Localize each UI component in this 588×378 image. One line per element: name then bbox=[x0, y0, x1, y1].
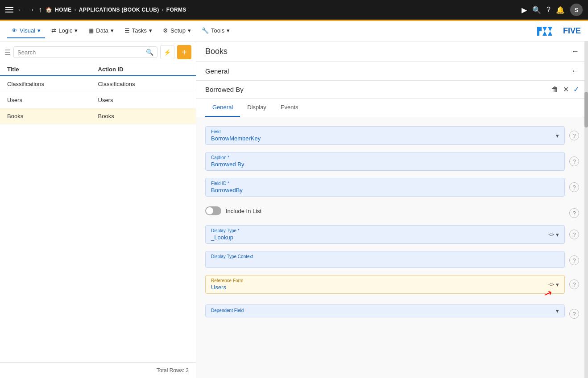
caption-field-box[interactable]: Caption * Borrowed By bbox=[205, 152, 565, 171]
display-type-help-icon[interactable]: ? bbox=[569, 230, 579, 239]
field-field-value: BorrowMemberKey bbox=[211, 135, 261, 142]
user-avatar[interactable]: S bbox=[570, 4, 583, 16]
eye-icon: 👁 bbox=[12, 27, 17, 34]
search-input[interactable] bbox=[17, 49, 146, 56]
confirm-button[interactable]: ✓ bbox=[573, 85, 579, 94]
fieldid-help-icon[interactable]: ? bbox=[569, 182, 579, 192]
total-rows-label: Total Rows: 3 bbox=[157, 367, 189, 374]
content-back-arrow[interactable]: ← bbox=[571, 47, 579, 56]
chevron-down-icon3: ▾ bbox=[556, 308, 559, 314]
nav-data[interactable]: ▦ Data ▾ bbox=[84, 24, 118, 38]
nav-logic-chevron: ▾ bbox=[75, 27, 78, 34]
display-type-context-wrap: Display Type Context bbox=[205, 251, 565, 268]
dependent-field-help-icon[interactable]: ? bbox=[569, 309, 579, 319]
nav-logic-label: Logic bbox=[58, 27, 72, 34]
fieldid-field-box[interactable]: Field ID * BorrowedBy bbox=[205, 178, 565, 197]
display-type-context-row: Display Type Context ? bbox=[205, 251, 579, 268]
nav-tasks[interactable]: ☰ Tasks ▾ bbox=[120, 24, 157, 38]
table-header: Title Action ID bbox=[0, 63, 196, 76]
search-icon: 🔍 bbox=[146, 49, 153, 56]
nav-setup[interactable]: ⚙ Setup ▾ bbox=[158, 24, 195, 38]
table-row[interactable]: Classifications Classifications bbox=[0, 76, 196, 92]
scrollbar-thumb[interactable] bbox=[584, 92, 588, 127]
play-button[interactable]: ▶ bbox=[522, 6, 527, 14]
code-icon2: <> bbox=[548, 282, 554, 287]
field-row: Field BorrowMemberKey ▾ ? bbox=[205, 126, 579, 145]
svg-marker-0 bbox=[537, 27, 542, 36]
svg-marker-1 bbox=[542, 27, 547, 36]
delete-button[interactable]: 🗑 bbox=[551, 86, 559, 94]
breadcrumb-sep2: › bbox=[161, 7, 163, 13]
reference-form-box[interactable]: Reference Form Users <> ▾ ↗ bbox=[205, 275, 565, 294]
notification-button[interactable]: 🔔 bbox=[556, 6, 565, 14]
nav-logic[interactable]: ⇄ Logic ▾ bbox=[47, 24, 82, 38]
sidebar-footer: Total Rows: 3 bbox=[0, 362, 196, 378]
row-title: Users bbox=[7, 97, 98, 103]
field-help-icon[interactable]: ? bbox=[569, 131, 579, 140]
section-back-arrow[interactable]: ← bbox=[571, 66, 579, 76]
tab-events[interactable]: Events bbox=[273, 99, 306, 117]
fieldid-row: Field ID * BorrowedBy ? bbox=[205, 178, 579, 197]
content-area: Books ← General ← Borrowed By 🗑 ✕ ✓ Gene… bbox=[196, 41, 588, 378]
breadcrumb-forms[interactable]: FORMS bbox=[166, 7, 186, 13]
tab-display[interactable]: Display bbox=[240, 99, 273, 117]
forward-button[interactable]: → bbox=[28, 6, 35, 14]
display-type-context-box[interactable]: Display Type Context bbox=[205, 251, 565, 268]
display-type-box[interactable]: Display Type * _Lookup <> ▾ bbox=[205, 225, 565, 244]
close-button[interactable]: ✕ bbox=[563, 85, 569, 94]
display-type-value: _Lookup bbox=[211, 234, 548, 241]
breadcrumb-app[interactable]: APPLICATIONS (BOOK CLUB) bbox=[79, 7, 159, 13]
five-logo: FIVE bbox=[535, 25, 581, 37]
display-type-context-label: Display Type Context bbox=[211, 254, 559, 259]
nav-visual-label: Visual bbox=[20, 27, 35, 34]
reference-form-row: Reference Form Users <> ▾ ↗ ? bbox=[205, 275, 579, 294]
menu-lines-icon: ☰ bbox=[4, 48, 11, 57]
reference-form-help-icon[interactable]: ? bbox=[569, 279, 579, 289]
breadcrumb-home[interactable]: HOME bbox=[55, 7, 71, 13]
tabs: General Display Events bbox=[196, 99, 588, 117]
display-type-wrap: Display Type * _Lookup <> ▾ bbox=[205, 225, 565, 244]
dependent-field-label: Dependent Field bbox=[211, 308, 556, 313]
nav-tools-label: Tools bbox=[211, 27, 224, 34]
logic-icon: ⇄ bbox=[51, 27, 56, 34]
grid-icon: ▦ bbox=[88, 27, 94, 34]
flash-button[interactable]: ⚡ bbox=[160, 45, 174, 59]
caption-field-wrap: Caption * Borrowed By bbox=[205, 152, 565, 171]
field-actions: 🗑 ✕ ✓ bbox=[551, 85, 579, 94]
chevron-down-icon2: ▾ bbox=[556, 281, 559, 288]
hamburger-menu[interactable] bbox=[5, 7, 13, 12]
fieldid-field-label: Field ID * bbox=[211, 181, 559, 186]
search-nav-button[interactable]: 🔍 bbox=[532, 6, 541, 14]
top-nav: ← → ↑ 🏠 HOME › APPLICATIONS (BOOK CLUB) … bbox=[0, 0, 588, 20]
nav-data-label: Data bbox=[96, 27, 108, 34]
nav-setup-label: Setup bbox=[170, 27, 186, 34]
chevron-down-icon: ▾ bbox=[556, 231, 559, 238]
include-help-icon[interactable]: ? bbox=[569, 208, 579, 218]
table-row-active[interactable]: Books Books bbox=[0, 108, 196, 124]
row-action-id: Books bbox=[98, 113, 189, 119]
scrollbar-track[interactable] bbox=[584, 41, 588, 378]
second-nav: 👁 Visual ▾ ⇄ Logic ▾ ▦ Data ▾ ☰ Tasks ▾ … bbox=[0, 21, 588, 41]
dependent-field-box[interactable]: Dependent Field ▾ bbox=[205, 304, 565, 317]
reference-form-label: Reference Form bbox=[211, 278, 548, 283]
field-field-box[interactable]: Field BorrowMemberKey ▾ bbox=[205, 126, 565, 145]
tab-general[interactable]: General bbox=[205, 99, 240, 117]
home-icon: 🏠 bbox=[46, 7, 52, 13]
display-type-context-help-icon[interactable]: ? bbox=[569, 255, 579, 265]
nav-visual[interactable]: 👁 Visual ▾ bbox=[7, 24, 45, 38]
add-button[interactable]: + bbox=[177, 45, 191, 59]
help-button[interactable]: ? bbox=[547, 6, 551, 14]
up-button[interactable]: ↑ bbox=[38, 6, 42, 14]
row-title: Classifications bbox=[7, 81, 98, 87]
include-in-list-toggle[interactable] bbox=[205, 206, 221, 215]
caption-help-icon[interactable]: ? bbox=[569, 156, 579, 166]
nav-setup-chevron: ▾ bbox=[188, 27, 191, 34]
back-button[interactable]: ← bbox=[17, 6, 24, 14]
table-row[interactable]: Users Users bbox=[0, 92, 196, 108]
sidebar-search-box[interactable]: 🔍 bbox=[13, 46, 157, 58]
col-action-id: Action ID bbox=[98, 66, 189, 73]
fieldid-field-wrap: Field ID * BorrowedBy bbox=[205, 178, 565, 197]
nav-tools[interactable]: 🔧 Tools ▾ bbox=[197, 24, 234, 38]
svg-marker-2 bbox=[548, 27, 552, 36]
tasks-icon: ☰ bbox=[124, 27, 130, 34]
